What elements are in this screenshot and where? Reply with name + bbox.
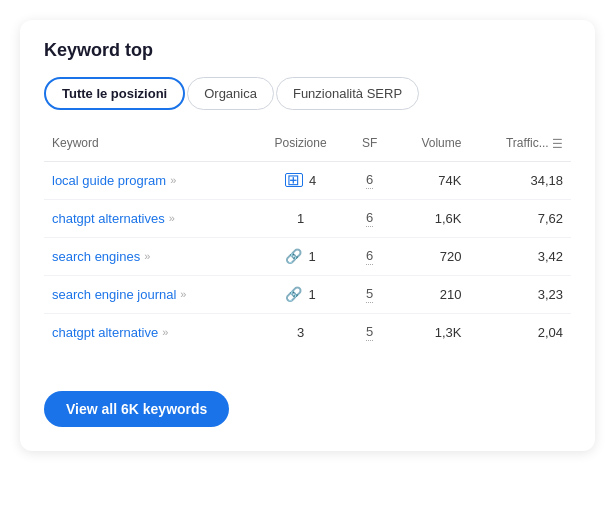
tab-serp[interactable]: Funzionalità SERP bbox=[276, 77, 419, 110]
position-value: 1 bbox=[308, 287, 315, 302]
sf-value: 5 bbox=[366, 324, 373, 341]
volume-cell: 1,6K bbox=[391, 199, 469, 237]
table-row: search engine journal »🔗152103,23 bbox=[44, 275, 571, 313]
volume-value: 1,3K bbox=[435, 325, 462, 340]
keyword-cell: chatgpt alternatives » bbox=[44, 199, 253, 237]
position-cell: 1 bbox=[253, 199, 348, 237]
table-row: chatgpt alternative »351,3K2,04 bbox=[44, 313, 571, 351]
sf-value: 5 bbox=[366, 286, 373, 303]
keyword-cell: search engine journal » bbox=[44, 275, 253, 313]
sf-cell: 5 bbox=[348, 275, 392, 313]
position-value: 3 bbox=[297, 325, 304, 340]
table-row: local guide program »⊞4674K34,18 bbox=[44, 161, 571, 199]
position-cell: 3 bbox=[253, 313, 348, 351]
traffic-value: 3,42 bbox=[538, 249, 563, 264]
col-keyword: Keyword bbox=[44, 130, 253, 161]
traffic-cell: 2,04 bbox=[469, 313, 571, 351]
traffic-value: 7,62 bbox=[538, 211, 563, 226]
col-traffic: Traffic... ☰ bbox=[469, 130, 571, 161]
keyword-cell: search engines » bbox=[44, 237, 253, 275]
volume-cell: 210 bbox=[391, 275, 469, 313]
view-all-button[interactable]: View all 6K keywords bbox=[44, 391, 229, 427]
keyword-link[interactable]: search engines » bbox=[52, 249, 245, 264]
volume-value: 74K bbox=[438, 173, 461, 188]
link-icon: 🔗 bbox=[285, 248, 302, 264]
col-position: Posizione bbox=[253, 130, 348, 161]
tab-all[interactable]: Tutte le posizioni bbox=[44, 77, 185, 110]
keyword-top-card: Keyword top Tutte le posizioniOrganicaFu… bbox=[20, 20, 595, 451]
traffic-cell: 3,23 bbox=[469, 275, 571, 313]
traffic-cell: 7,62 bbox=[469, 199, 571, 237]
sf-cell: 6 bbox=[348, 199, 392, 237]
position-cell: 🔗1 bbox=[253, 237, 348, 275]
chevron-icon: » bbox=[180, 288, 186, 300]
tab-organic[interactable]: Organica bbox=[187, 77, 274, 110]
table-body: local guide program »⊞4674K34,18chatgpt … bbox=[44, 161, 571, 351]
position-cell: ⊞4 bbox=[253, 161, 348, 199]
chevron-icon: » bbox=[169, 212, 175, 224]
traffic-value: 3,23 bbox=[538, 287, 563, 302]
position-value: 1 bbox=[308, 249, 315, 264]
keyword-link[interactable]: local guide program » bbox=[52, 173, 245, 188]
traffic-value: 2,04 bbox=[538, 325, 563, 340]
link-icon: 🔗 bbox=[285, 286, 302, 302]
traffic-cell: 3,42 bbox=[469, 237, 571, 275]
volume-cell: 74K bbox=[391, 161, 469, 199]
chevron-icon: » bbox=[162, 326, 168, 338]
traffic-cell: 34,18 bbox=[469, 161, 571, 199]
position-value: 1 bbox=[297, 211, 304, 226]
table-header: Keyword Posizione SF Volume Traffic... ☰ bbox=[44, 130, 571, 161]
volume-value: 720 bbox=[440, 249, 462, 264]
keyword-cell: chatgpt alternative » bbox=[44, 313, 253, 351]
table-row: search engines »🔗167203,42 bbox=[44, 237, 571, 275]
volume-value: 1,6K bbox=[435, 211, 462, 226]
keyword-cell: local guide program » bbox=[44, 161, 253, 199]
filter-icon[interactable]: ☰ bbox=[552, 137, 563, 151]
volume-cell: 1,3K bbox=[391, 313, 469, 351]
tab-group: Tutte le posizioniOrganicaFunzionalità S… bbox=[44, 77, 571, 110]
keyword-link[interactable]: chatgpt alternative » bbox=[52, 325, 245, 340]
sf-cell: 6 bbox=[348, 237, 392, 275]
sf-value: 6 bbox=[366, 172, 373, 189]
card-title: Keyword top bbox=[44, 40, 571, 61]
sf-cell: 5 bbox=[348, 313, 392, 351]
position-value: 4 bbox=[309, 173, 316, 188]
sf-cell: 6 bbox=[348, 161, 392, 199]
table-row: chatgpt alternatives »161,6K7,62 bbox=[44, 199, 571, 237]
traffic-value: 34,18 bbox=[530, 173, 563, 188]
keyword-link[interactable]: chatgpt alternatives » bbox=[52, 211, 245, 226]
view-all-container: View all 6K keywords bbox=[44, 371, 571, 427]
chevron-icon: » bbox=[144, 250, 150, 262]
position-cell: 🔗1 bbox=[253, 275, 348, 313]
volume-value: 210 bbox=[440, 287, 462, 302]
sf-value: 6 bbox=[366, 210, 373, 227]
keyword-table: Keyword Posizione SF Volume Traffic... ☰… bbox=[44, 130, 571, 351]
keyword-link[interactable]: search engine journal » bbox=[52, 287, 245, 302]
chevron-icon: » bbox=[170, 174, 176, 186]
volume-cell: 720 bbox=[391, 237, 469, 275]
col-volume: Volume bbox=[391, 130, 469, 161]
image-icon: ⊞ bbox=[285, 173, 303, 187]
col-sf: SF bbox=[348, 130, 392, 161]
sf-value: 6 bbox=[366, 248, 373, 265]
